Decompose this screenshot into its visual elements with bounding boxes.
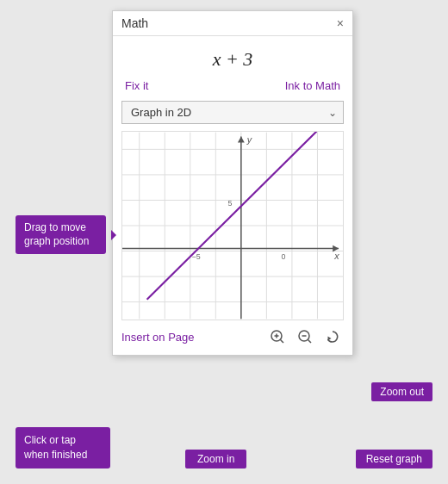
svg-line-24	[147, 132, 333, 300]
close-button[interactable]: ×	[337, 17, 344, 29]
reset-icon	[325, 329, 340, 344]
graph-icon-group	[266, 326, 344, 348]
reset-tooltip: Reset graph	[356, 450, 432, 468]
svg-text:5: 5	[228, 199, 233, 208]
insert-on-page-link[interactable]: Insert on Page	[121, 331, 195, 344]
graph-container[interactable]: x y −5 0 5	[121, 131, 344, 320]
zoom-out-icon	[297, 329, 313, 344]
zoom-in-icon	[270, 329, 285, 344]
dropdown-wrapper: Graph in 2D ⌄	[121, 101, 344, 124]
formula-area: x + 3	[113, 36, 352, 76]
svg-text:x: x	[333, 251, 339, 261]
fix-it-link[interactable]: Fix it	[125, 79, 148, 92]
click-done-tooltip: Click or tap when finished	[16, 427, 110, 468]
svg-marker-32	[328, 337, 332, 341]
panel-title: Math	[121, 16, 148, 30]
zoom-out-tooltip: Zoom out	[371, 382, 432, 401]
reset-graph-button[interactable]	[321, 326, 344, 348]
zoom-out-button[interactable]	[294, 326, 316, 348]
panel-header: Math ×	[113, 11, 352, 36]
svg-line-28	[281, 340, 284, 344]
ink-to-math-link[interactable]: Ink to Math	[285, 79, 340, 92]
svg-text:y: y	[246, 134, 252, 145]
math-panel: Math × x + 3 Fix it Ink to Math Graph in…	[112, 10, 353, 356]
svg-line-31	[308, 340, 312, 344]
bottom-bar: Insert on Page	[113, 320, 352, 355]
dropdown-row: Graph in 2D ⌄	[113, 101, 352, 131]
zoom-in-tooltip: Zoom in	[185, 450, 246, 468]
graph-type-select[interactable]: Graph in 2D	[121, 101, 344, 124]
svg-marker-18	[238, 137, 245, 143]
svg-text:0: 0	[282, 252, 286, 261]
formula-display: x + 3	[121, 48, 344, 71]
formula-actions: Fix it Ink to Math	[113, 76, 352, 101]
zoom-in-button[interactable]	[266, 326, 289, 348]
graph-svg: x y −5 0 5	[122, 132, 343, 320]
drag-tooltip: Drag to move graph position	[16, 215, 106, 254]
